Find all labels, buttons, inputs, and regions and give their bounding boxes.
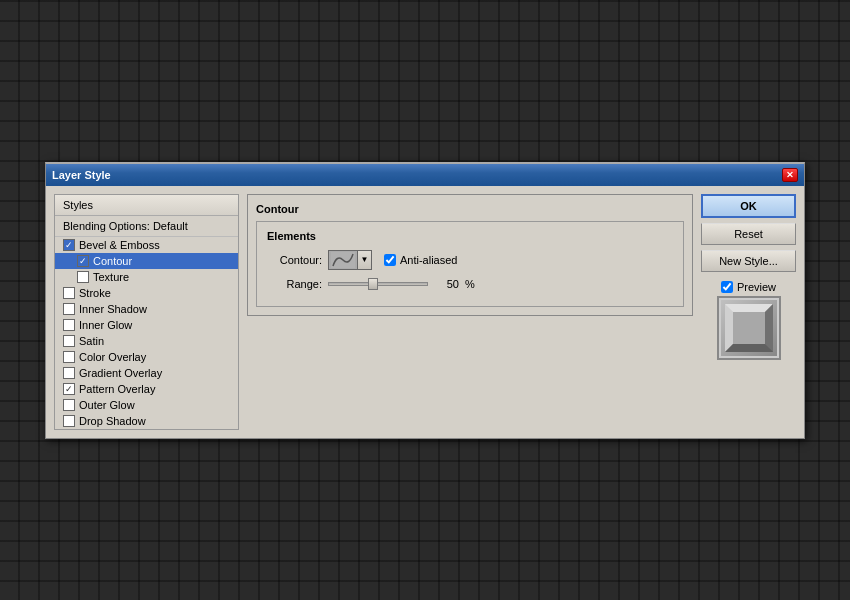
elements-group-title: Elements xyxy=(267,230,673,242)
new-style-button[interactable]: New Style... xyxy=(701,250,796,272)
sidebar-item-drop-shadow[interactable]: Drop Shadow xyxy=(55,413,238,429)
main-panel: Contour Elements Contour: xyxy=(247,194,693,430)
ok-button[interactable]: OK xyxy=(701,194,796,218)
inner-shadow-label: Inner Shadow xyxy=(79,303,147,315)
outer-glow-label: Outer Glow xyxy=(79,399,135,411)
anti-alias-row: Anti-aliased xyxy=(384,254,457,266)
gradient-overlay-checkbox[interactable] xyxy=(63,367,75,379)
svg-rect-7 xyxy=(733,312,765,344)
sidebar-item-gradient-overlay[interactable]: Gradient Overlay xyxy=(55,365,238,381)
blending-options-item[interactable]: Blending Options: Default xyxy=(55,216,238,237)
title-bar: Layer Style ✕ xyxy=(46,164,804,186)
contour-row: Contour: ▼ xyxy=(267,250,673,270)
outer-glow-checkbox[interactable] xyxy=(63,399,75,411)
sidebar-item-inner-glow[interactable]: Inner Glow xyxy=(55,317,238,333)
left-panel: Styles Blending Options: Default Bevel &… xyxy=(54,194,239,430)
blending-options-label: Blending Options: Default xyxy=(63,220,188,232)
contour-preview-box[interactable] xyxy=(328,250,358,270)
layer-style-dialog: Layer Style ✕ Styles Blending Options: D… xyxy=(45,162,805,439)
sidebar-item-texture[interactable]: Texture xyxy=(55,269,238,285)
dialog-title: Layer Style xyxy=(52,169,111,181)
sidebar-item-pattern-overlay[interactable]: Pattern Overlay xyxy=(55,381,238,397)
svg-marker-5 xyxy=(765,304,773,352)
stroke-label: Stroke xyxy=(79,287,111,299)
close-button[interactable]: ✕ xyxy=(782,168,798,182)
inner-shadow-checkbox[interactable] xyxy=(63,303,75,315)
color-overlay-checkbox[interactable] xyxy=(63,351,75,363)
svg-marker-3 xyxy=(725,304,773,312)
satin-checkbox[interactable] xyxy=(63,335,75,347)
preview-thumbnail xyxy=(717,296,781,360)
reset-button[interactable]: Reset xyxy=(701,223,796,245)
sidebar-item-outer-glow[interactable]: Outer Glow xyxy=(55,397,238,413)
inner-glow-checkbox[interactable] xyxy=(63,319,75,331)
stroke-checkbox[interactable] xyxy=(63,287,75,299)
range-slider-track[interactable] xyxy=(328,282,428,286)
inner-glow-label: Inner Glow xyxy=(79,319,132,331)
range-percent-label: % xyxy=(465,278,475,290)
contour-dropdown-button[interactable]: ▼ xyxy=(358,250,372,270)
anti-alias-label: Anti-aliased xyxy=(400,254,457,266)
texture-label: Texture xyxy=(93,271,129,283)
gradient-overlay-label: Gradient Overlay xyxy=(79,367,162,379)
preview-label: Preview xyxy=(737,281,776,293)
styles-header[interactable]: Styles xyxy=(55,195,238,216)
sidebar-item-contour[interactable]: Contour xyxy=(55,253,238,269)
anti-alias-checkbox[interactable] xyxy=(384,254,396,266)
range-slider-thumb[interactable] xyxy=(368,278,378,290)
pattern-overlay-checkbox[interactable] xyxy=(63,383,75,395)
texture-checkbox[interactable] xyxy=(77,271,89,283)
preview-checkbox[interactable] xyxy=(721,281,733,293)
range-row: Range: 50 % xyxy=(267,278,673,290)
pattern-overlay-label: Pattern Overlay xyxy=(79,383,155,395)
range-value-display: 50 xyxy=(434,278,459,290)
bevel-emboss-checkbox[interactable] xyxy=(63,239,75,251)
preview-section: Preview xyxy=(701,281,796,360)
drop-shadow-checkbox[interactable] xyxy=(63,415,75,427)
contour-section: Contour Elements Contour: xyxy=(247,194,693,316)
range-label: Range: xyxy=(267,278,322,290)
svg-marker-6 xyxy=(725,344,773,352)
drop-shadow-label: Drop Shadow xyxy=(79,415,146,427)
color-overlay-label: Color Overlay xyxy=(79,351,146,363)
sidebar-item-bevel-emboss[interactable]: Bevel & Emboss xyxy=(55,237,238,253)
styles-label: Styles xyxy=(63,199,93,211)
right-panel: OK Reset New Style... Preview xyxy=(701,194,796,430)
sidebar-item-color-overlay[interactable]: Color Overlay xyxy=(55,349,238,365)
contour-field-label: Contour: xyxy=(267,254,322,266)
contour-label: Contour xyxy=(93,255,132,267)
preview-checkbox-row: Preview xyxy=(721,281,776,293)
sidebar-item-satin[interactable]: Satin xyxy=(55,333,238,349)
contour-section-title: Contour xyxy=(256,203,684,215)
sidebar-item-inner-shadow[interactable]: Inner Shadow xyxy=(55,301,238,317)
contour-checkbox[interactable] xyxy=(77,255,89,267)
bevel-emboss-label: Bevel & Emboss xyxy=(79,239,160,251)
svg-marker-4 xyxy=(725,304,733,352)
range-slider-container: 50 % xyxy=(328,278,475,290)
sidebar-item-stroke[interactable]: Stroke xyxy=(55,285,238,301)
dialog-body: Styles Blending Options: Default Bevel &… xyxy=(46,186,804,438)
elements-group: Elements Contour: ▼ xyxy=(256,221,684,307)
satin-label: Satin xyxy=(79,335,104,347)
